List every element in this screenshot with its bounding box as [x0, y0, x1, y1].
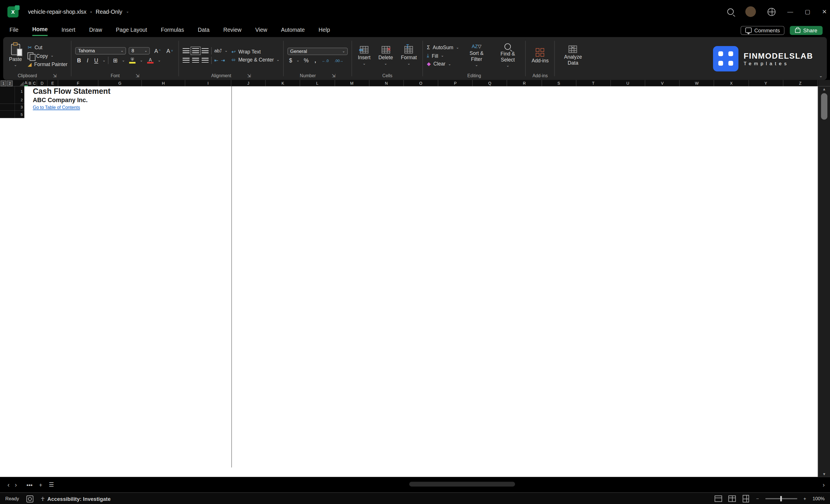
align-left-icon[interactable]	[183, 58, 189, 63]
column-header-P[interactable]: P	[439, 80, 473, 86]
horizontal-scrollbar[interactable]	[409, 482, 515, 486]
column-header-T[interactable]: T	[576, 80, 611, 86]
row-header-1[interactable]: 1	[15, 86, 24, 96]
merge-center-button[interactable]: ⬄Merge & Center⌄	[231, 57, 280, 62]
outline-level-1-button[interactable]: 1	[1, 81, 6, 86]
fill-button[interactable]: ⤓Fill⌄	[427, 52, 459, 59]
font-name-select[interactable]: Tahoma⌄	[75, 47, 126, 55]
column-header-Q[interactable]: Q	[473, 80, 507, 86]
column-header-E[interactable]: E	[48, 80, 58, 86]
row-header-2[interactable]: 2	[15, 96, 24, 104]
ribbon-tab-data[interactable]: Data	[198, 25, 210, 35]
row-label[interactable]: Go to Table of Contents	[24, 104, 231, 111]
comments-button[interactable]: Comments	[740, 26, 785, 35]
fill-color-button[interactable]: ⛨	[128, 57, 137, 63]
add-sheet-button[interactable]: +	[37, 481, 44, 488]
sphere-icon[interactable]	[768, 8, 776, 16]
tab-scroll-left-icon[interactable]: ‹	[7, 481, 9, 488]
increase-decimal-button[interactable]: ←.0	[320, 59, 330, 62]
zoom-slider[interactable]	[765, 498, 797, 499]
close-button[interactable]: ✕	[822, 8, 827, 15]
ribbon-tab-page-layout[interactable]: Page Layout	[116, 25, 147, 35]
zoom-in-button[interactable]: +	[803, 496, 806, 501]
column-header-M[interactable]: M	[335, 80, 370, 86]
ribbon-tab-review[interactable]: Review	[223, 25, 242, 35]
column-header-A[interactable]: A	[24, 80, 28, 86]
tab-bar-right-arrow[interactable]: ›	[823, 481, 825, 488]
orientation-button[interactable]: ab⤴	[214, 48, 222, 54]
column-header-V[interactable]: V	[645, 80, 680, 86]
collapse-ribbon-icon[interactable]: ⌄	[819, 73, 823, 78]
italic-button[interactable]: I	[85, 57, 90, 63]
align-bottom-icon[interactable]	[202, 48, 209, 54]
autosum-button[interactable]: ΣAutoSum⌄	[427, 44, 459, 50]
vertical-scrollbar[interactable]: ▲ ▼	[818, 86, 830, 477]
sheet-list-button[interactable]: ☰	[46, 481, 56, 488]
column-header-U[interactable]: U	[611, 80, 645, 86]
sort-filter-button[interactable]: AZ▽ Sort & Filter⌄	[463, 40, 490, 71]
column-header-S[interactable]: S	[542, 80, 576, 86]
column-header-B[interactable]: B	[28, 80, 32, 86]
column-header-Z[interactable]: Z	[784, 80, 818, 86]
grow-font-button[interactable]: A^	[153, 48, 162, 54]
format-cells-button[interactable]: ⌶Format⌄	[399, 40, 419, 71]
ribbon-tab-formulas[interactable]: Formulas	[161, 25, 184, 35]
worksheet[interactable]: 1Cash Flow Statement2ABC Company Inc.3Go…	[0, 86, 830, 477]
tab-overflow-button[interactable]: •••	[24, 481, 35, 488]
dialog-launcher-icon[interactable]: ⇲	[53, 73, 57, 78]
currency-button[interactable]: $	[287, 57, 294, 63]
page-layout-view-icon[interactable]	[729, 496, 736, 502]
borders-button[interactable]: ⊞	[111, 57, 119, 63]
column-header-X[interactable]: X	[714, 80, 749, 86]
column-header-R[interactable]: R	[507, 80, 542, 86]
font-color-button[interactable]: A	[146, 57, 155, 63]
column-header-G[interactable]: G	[98, 80, 142, 86]
cut-button[interactable]: ✂Cut	[28, 44, 67, 50]
restore-button[interactable]: ▢	[805, 8, 810, 15]
normal-view-icon[interactable]	[715, 496, 722, 502]
delete-cells-button[interactable]: ✕Delete⌄	[376, 40, 395, 71]
chevron-down-icon[interactable]: ⌄	[126, 9, 129, 14]
dialog-launcher-icon[interactable]: ⇲	[332, 73, 336, 78]
column-header-Y[interactable]: Y	[749, 80, 784, 86]
column-header-I[interactable]: I	[185, 80, 231, 86]
number-format-select[interactable]: General⌄	[287, 48, 348, 55]
align-center-icon[interactable]	[192, 58, 199, 63]
decrease-indent-button[interactable]: ⇤	[214, 58, 218, 63]
zoom-out-button[interactable]: −	[756, 496, 759, 501]
column-header-J[interactable]: J	[231, 80, 266, 86]
dialog-launcher-icon[interactable]: ⇲	[247, 73, 251, 78]
ribbon-tab-file[interactable]: File	[9, 25, 18, 35]
search-icon[interactable]	[728, 8, 734, 15]
row-header-3[interactable]: 3	[15, 104, 24, 111]
addins-button[interactable]: Add-ins	[530, 40, 550, 71]
bold-button[interactable]: B	[75, 57, 83, 63]
decrease-decimal-button[interactable]: .00→	[333, 59, 345, 62]
comma-style-button[interactable]: ,	[313, 57, 318, 63]
ribbon-tab-view[interactable]: View	[255, 25, 267, 35]
column-header-L[interactable]: L	[300, 80, 335, 86]
align-top-icon[interactable]	[183, 48, 189, 54]
ribbon-tab-insert[interactable]: Insert	[62, 25, 75, 35]
analyze-data-button[interactable]: ◔ Analyze Data	[558, 40, 587, 71]
dialog-launcher-icon[interactable]: ⇲	[135, 73, 139, 78]
underline-button[interactable]: U	[93, 57, 100, 63]
zoom-level[interactable]: 100%	[812, 496, 825, 501]
align-middle-icon[interactable]	[192, 48, 199, 54]
scroll-down-icon[interactable]: ▼	[822, 472, 826, 476]
minimize-button[interactable]: —	[787, 8, 793, 15]
column-header-D[interactable]: D	[37, 80, 48, 86]
increase-indent-button[interactable]: ⇥	[221, 58, 225, 63]
macro-record-icon[interactable]	[27, 495, 33, 502]
column-header-C[interactable]: C	[32, 80, 37, 86]
share-button[interactable]: Share	[790, 26, 823, 35]
column-header-N[interactable]: N	[369, 80, 404, 86]
percent-button[interactable]: %	[302, 57, 310, 63]
ribbon-tab-automate[interactable]: Automate	[281, 25, 305, 35]
column-header-H[interactable]: H	[142, 80, 185, 86]
column-header-F[interactable]: F	[58, 80, 99, 86]
outline-level-2-button[interactable]: 2	[7, 81, 12, 86]
copy-button[interactable]: Copy⌄	[28, 52, 67, 59]
insert-cells-button[interactable]: ⇦Insert⌄	[356, 40, 373, 71]
shrink-font-button[interactable]: A˅	[165, 48, 174, 54]
